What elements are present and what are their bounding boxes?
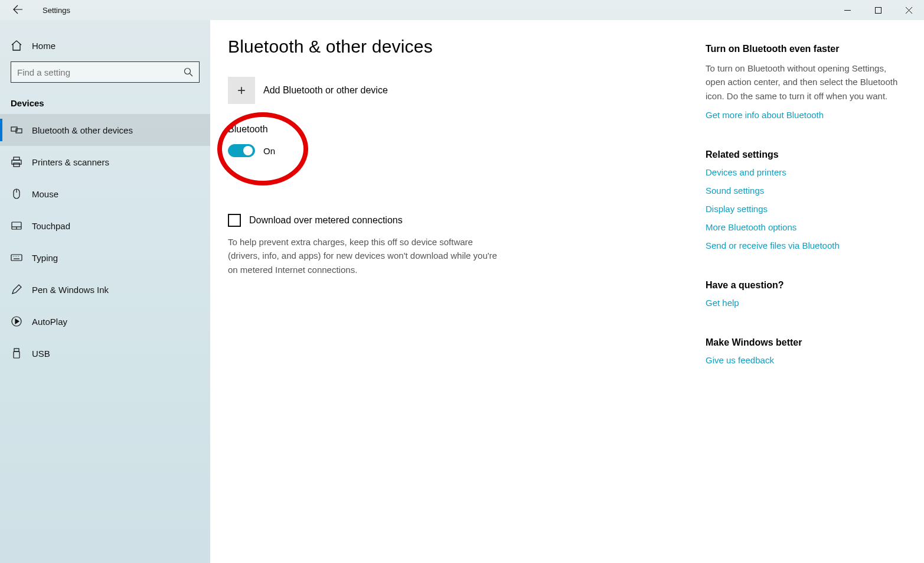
mouse-icon bbox=[11, 188, 22, 200]
search-icon bbox=[184, 67, 193, 77]
link-devices-printers[interactable]: Devices and printers bbox=[706, 167, 786, 177]
printer-icon bbox=[11, 156, 22, 168]
sidebar-item-touchpad[interactable]: Touchpad bbox=[0, 210, 210, 242]
minimize-button[interactable] bbox=[832, 0, 863, 20]
svg-rect-23 bbox=[14, 349, 19, 352]
sidebar-item-autoplay[interactable]: AutoPlay bbox=[0, 305, 210, 337]
sidebar-item-mouse[interactable]: Mouse bbox=[0, 178, 210, 210]
sidebar-item-label: Bluetooth & other devices bbox=[32, 125, 133, 135]
home-label: Home bbox=[32, 41, 55, 51]
sidebar-item-label: Printers & scanners bbox=[32, 157, 109, 167]
bluetooth-toggle[interactable] bbox=[228, 144, 255, 157]
sidebar: Home Devices Bluetooth & other devices bbox=[0, 20, 210, 563]
back-button[interactable] bbox=[8, 1, 27, 19]
svg-rect-1 bbox=[875, 7, 881, 13]
search-box[interactable] bbox=[11, 61, 200, 83]
page-title: Bluetooth & other devices bbox=[228, 37, 631, 57]
link-more-bluetooth-options[interactable]: More Bluetooth options bbox=[706, 222, 796, 232]
maximize-button[interactable] bbox=[863, 0, 893, 20]
pen-icon bbox=[11, 284, 22, 295]
close-button[interactable] bbox=[893, 0, 924, 20]
autoplay-icon bbox=[11, 315, 22, 327]
titlebar: Settings bbox=[0, 0, 924, 20]
question-heading: Have a question? bbox=[706, 280, 906, 291]
svg-rect-10 bbox=[14, 163, 19, 167]
svg-line-5 bbox=[190, 74, 193, 77]
sidebar-item-label: Touchpad bbox=[32, 221, 70, 231]
metered-checkbox-label: Download over metered connections bbox=[249, 215, 403, 226]
metered-checkbox-row[interactable]: Download over metered connections bbox=[228, 214, 631, 227]
touchpad-icon bbox=[11, 220, 22, 232]
link-give-feedback[interactable]: Give us feedback bbox=[706, 355, 774, 365]
bluetooth-state-label: On bbox=[263, 146, 275, 156]
sidebar-item-typing[interactable]: Typing bbox=[0, 242, 210, 274]
maximize-icon bbox=[875, 5, 881, 15]
related-heading: Related settings bbox=[706, 149, 906, 160]
minimize-icon bbox=[844, 5, 851, 15]
link-sound-settings[interactable]: Sound settings bbox=[706, 186, 764, 196]
svg-rect-16 bbox=[11, 255, 22, 261]
close-icon bbox=[906, 5, 912, 15]
metered-description: To help prevent extra charges, keep this… bbox=[228, 235, 499, 276]
sidebar-item-label: Typing bbox=[32, 253, 58, 263]
svg-rect-9 bbox=[14, 157, 19, 160]
svg-rect-24 bbox=[14, 352, 19, 358]
sidebar-item-usb[interactable]: USB bbox=[0, 337, 210, 369]
window-title: Settings bbox=[43, 6, 70, 15]
link-display-settings[interactable]: Display settings bbox=[706, 204, 768, 214]
sidebar-item-bluetooth[interactable]: Bluetooth & other devices bbox=[0, 114, 210, 146]
sidebar-item-pen[interactable]: Pen & Windows Ink bbox=[0, 274, 210, 305]
sidebar-item-label: AutoPlay bbox=[32, 317, 67, 327]
sidebar-item-label: Mouse bbox=[32, 189, 58, 199]
sidebar-section-heading: Devices bbox=[0, 83, 210, 114]
search-input[interactable] bbox=[17, 67, 184, 77]
back-arrow-icon bbox=[13, 5, 22, 16]
faster-text: To turn on Bluetooth without opening Set… bbox=[706, 61, 906, 103]
bluetooth-devices-icon bbox=[11, 124, 22, 136]
metered-checkbox[interactable] bbox=[228, 214, 241, 227]
right-column: Turn on Bluetooth even faster To turn on… bbox=[706, 37, 906, 563]
feedback-heading: Make Windows better bbox=[706, 337, 906, 348]
bluetooth-heading: Bluetooth bbox=[228, 124, 631, 135]
plus-icon: + bbox=[228, 77, 255, 104]
content-area: Bluetooth & other devices + Add Bluetoot… bbox=[210, 20, 924, 563]
link-send-receive-files[interactable]: Send or receive files via Bluetooth bbox=[706, 240, 840, 250]
sidebar-item-printers[interactable]: Printers & scanners bbox=[0, 146, 210, 178]
home-icon bbox=[11, 40, 22, 51]
toggle-knob bbox=[243, 146, 253, 155]
faster-heading: Turn on Bluetooth even faster bbox=[706, 44, 906, 54]
keyboard-icon bbox=[11, 252, 22, 263]
link-get-help[interactable]: Get help bbox=[706, 298, 739, 308]
add-device-button[interactable]: + Add Bluetooth or other device bbox=[228, 77, 631, 104]
svg-point-4 bbox=[185, 69, 191, 74]
usb-icon bbox=[11, 347, 22, 359]
add-device-label: Add Bluetooth or other device bbox=[263, 85, 388, 96]
home-button[interactable]: Home bbox=[0, 30, 210, 61]
sidebar-item-label: USB bbox=[32, 349, 50, 359]
link-more-info-bluetooth[interactable]: Get more info about Bluetooth bbox=[706, 110, 824, 120]
sidebar-item-label: Pen & Windows Ink bbox=[32, 285, 109, 295]
